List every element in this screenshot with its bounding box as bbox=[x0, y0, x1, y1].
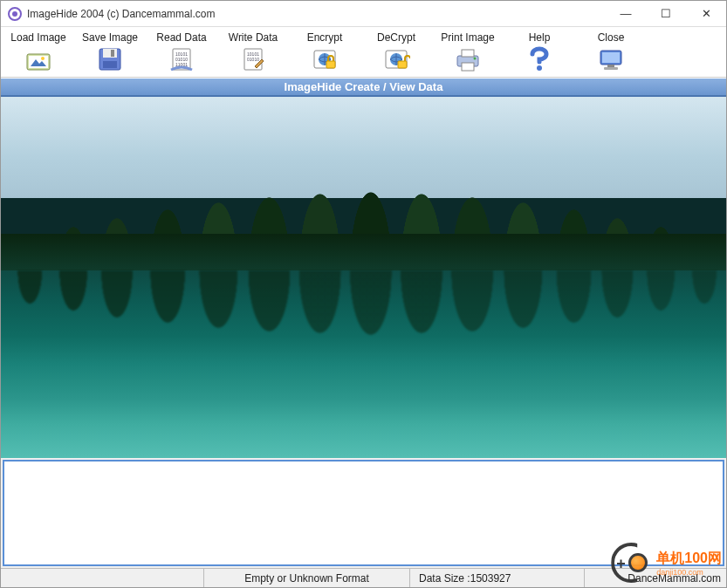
document-write-icon: 1010101010 bbox=[239, 45, 267, 73]
svg-rect-6 bbox=[111, 50, 114, 57]
status-format: Empty or Unknown Format bbox=[203, 569, 409, 587]
tool-label: Write Data bbox=[229, 31, 278, 44]
close-window-button[interactable]: ✕ bbox=[686, 1, 726, 26]
svg-rect-5 bbox=[103, 49, 117, 58]
write-data-button[interactable]: Write Data 1010101010 bbox=[217, 29, 289, 75]
tool-label: Help bbox=[529, 31, 551, 44]
tool-label: Encrypt bbox=[307, 31, 343, 44]
question-icon bbox=[525, 45, 553, 73]
banner-heading: ImageHide Create / View Data bbox=[1, 78, 726, 97]
status-data-size: Data Size : 1503927 bbox=[409, 569, 584, 587]
help-button[interactable]: Help bbox=[504, 29, 575, 75]
load-image-button[interactable]: Load Image bbox=[3, 29, 74, 75]
svg-rect-20 bbox=[398, 61, 407, 68]
status-site: DanceMammal.com bbox=[584, 569, 726, 587]
svg-rect-7 bbox=[103, 61, 117, 68]
maximize-button[interactable]: ☐ bbox=[646, 1, 686, 26]
statusbar: Empty or Unknown Format Data Size : 1503… bbox=[1, 568, 726, 587]
svg-text:01010: 01010 bbox=[247, 57, 259, 62]
tool-label: Print Image bbox=[441, 31, 494, 44]
image-preview bbox=[1, 97, 726, 458]
printer-icon bbox=[454, 45, 482, 73]
tool-label: Save Image bbox=[82, 31, 138, 44]
data-textarea[interactable] bbox=[3, 460, 724, 566]
decrypt-button[interactable]: DeCrypt bbox=[360, 29, 432, 75]
svg-point-3 bbox=[41, 57, 45, 60]
folder-image-icon bbox=[24, 45, 52, 73]
titlebar: ImageHide 2004 (c) Dancemammal.com — ☐ ✕ bbox=[1, 1, 726, 27]
minimize-button[interactable]: — bbox=[606, 1, 646, 26]
unlock-globe-icon bbox=[382, 45, 410, 73]
svg-rect-29 bbox=[604, 67, 618, 70]
window-title: ImageHide 2004 (c) Dancemammal.com bbox=[27, 8, 215, 20]
tool-label: Close bbox=[598, 31, 625, 44]
svg-rect-22 bbox=[462, 50, 474, 57]
monitor-icon bbox=[597, 45, 625, 73]
app-icon bbox=[8, 7, 22, 21]
tool-label: Load Image bbox=[10, 31, 65, 44]
svg-rect-27 bbox=[602, 52, 620, 63]
svg-rect-23 bbox=[462, 63, 474, 71]
save-image-button[interactable]: Save Image bbox=[74, 29, 146, 75]
svg-rect-28 bbox=[607, 65, 614, 67]
floppy-disk-icon bbox=[96, 45, 124, 73]
print-image-button[interactable]: Print Image bbox=[432, 29, 504, 75]
encrypt-button[interactable]: Encrypt bbox=[289, 29, 360, 75]
read-data-button[interactable]: Read Data 101010101011001 bbox=[146, 29, 217, 75]
svg-rect-17 bbox=[326, 61, 335, 68]
tool-label: DeCrypt bbox=[377, 31, 415, 44]
window-controls: — ☐ ✕ bbox=[606, 1, 726, 26]
close-button[interactable]: Close bbox=[575, 29, 647, 75]
lock-globe-icon bbox=[311, 45, 339, 73]
document-read-icon: 101010101011001 bbox=[168, 45, 195, 73]
tool-label: Read Data bbox=[156, 31, 206, 44]
svg-point-25 bbox=[537, 65, 542, 71]
svg-point-24 bbox=[474, 58, 477, 60]
toolbar: Load Image Save Image Read Data 10101010… bbox=[1, 27, 726, 78]
